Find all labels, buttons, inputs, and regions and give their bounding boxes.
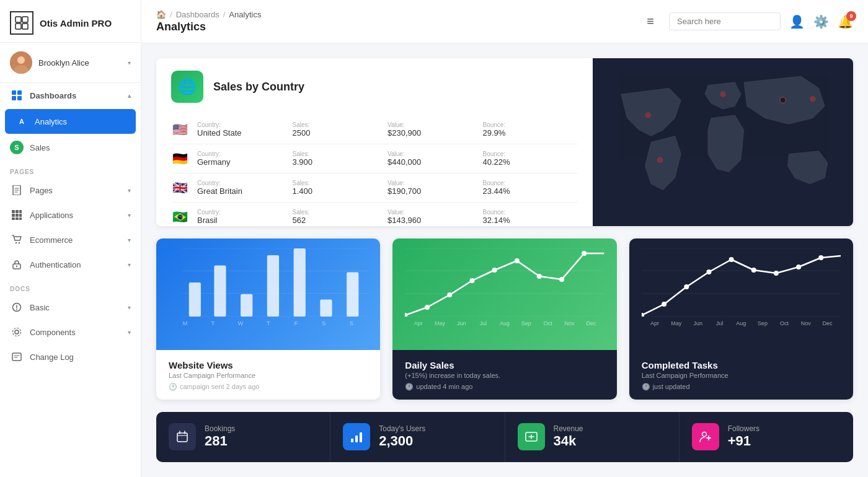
ecommerce-icon: [10, 233, 24, 247]
svg-point-26: [15, 330, 19, 334]
bookings-value: 281: [205, 433, 235, 449]
svg-point-22: [19, 242, 20, 243]
svg-point-68: [774, 271, 779, 276]
breadcrumb-analytics: Analytics: [229, 10, 261, 19]
table-row: 🇬🇧 Country: Great Britain Sales: 1.400 V…: [171, 173, 578, 203]
clock-icon-3: 🕐: [642, 383, 650, 391]
analytics-letter-icon: A: [15, 115, 29, 128]
followers-label: Followers: [728, 424, 760, 433]
country-label: Country:: [197, 180, 293, 186]
value-col: Value: $230,900: [388, 121, 483, 138]
sidebar-item-authentication[interactable]: Authentication ▾: [0, 252, 141, 277]
svg-rect-74: [360, 432, 362, 442]
stats-row: Bookings 281 Today's Users 2,300: [156, 412, 853, 462]
svg-rect-39: [214, 265, 226, 317]
sidebar-item-dashboards[interactable]: Dashboards ▴: [0, 83, 141, 108]
stat-users: Today's Users 2,300: [330, 412, 505, 462]
bounce-value: 23.44%: [483, 186, 578, 196]
svg-rect-3: [22, 24, 28, 29]
daily-sales-bottom: Daily Sales (+15%) increase in today sal…: [392, 350, 616, 400]
svg-rect-0: [16, 17, 21, 22]
breadcrumb-sep1: /: [170, 10, 172, 19]
sales-label: Sales:: [293, 209, 388, 216]
svg-point-67: [751, 268, 756, 273]
sales-label: Sales:: [293, 180, 388, 186]
home-icon: 🏠: [156, 10, 166, 19]
sales-letter-icon: S: [10, 141, 24, 154]
sidebar-item-changelog[interactable]: Change Log: [0, 344, 141, 369]
settings-icon[interactable]: ⚙️: [813, 14, 829, 29]
topbar: 🏠 / Dashboards / Analytics Analytics ≡ 👤…: [141, 0, 868, 43]
svg-rect-14: [19, 210, 22, 213]
svg-rect-8: [17, 90, 22, 95]
sidebar-logo: Otis Admin PRO: [0, 0, 141, 43]
globe-icon: 🌐: [171, 71, 203, 103]
svg-point-33: [810, 96, 816, 102]
sidebar-dashboards-label: Dashboards: [30, 91, 128, 100]
world-map: [593, 58, 853, 226]
svg-point-32: [780, 97, 786, 103]
svg-rect-7: [12, 90, 16, 95]
bounce-col: Bounce: 40.22%: [483, 151, 578, 167]
user-name: Brooklyn Alice: [38, 58, 128, 68]
users-label: Today's Users: [379, 424, 425, 433]
value-label: Value:: [388, 151, 483, 157]
website-views-chart-wrapper: [169, 248, 368, 319]
sidebar-item-basic[interactable]: Basic ▾: [0, 295, 141, 320]
completed-tasks-bottom: Completed Tasks Last Campaign Performanc…: [629, 350, 853, 400]
sidebar-item-applications[interactable]: Applications ▾: [0, 203, 141, 227]
country-col: Country: United State: [197, 121, 293, 138]
country-flag: 🇩🇪: [171, 152, 188, 165]
revenue-icon: [518, 423, 545, 450]
followers-data: Followers +91: [728, 424, 760, 449]
country-flag: 🇺🇸: [171, 123, 188, 136]
users-value: 2,300: [379, 433, 425, 449]
search-input[interactable]: [677, 17, 773, 26]
svg-rect-17: [19, 214, 22, 217]
website-views-title: Website Views: [169, 360, 368, 370]
svg-rect-1: [22, 17, 28, 22]
svg-rect-28: [12, 353, 21, 361]
search-box[interactable]: [669, 12, 781, 30]
svg-point-55: [537, 274, 542, 279]
clock-icon: 🕐: [169, 383, 177, 391]
country-table: 🇺🇸 Country: United State Sales: 2500 Val…: [171, 115, 578, 226]
website-views-chart-top: M T W T F S S: [156, 239, 380, 350]
followers-value: +91: [728, 433, 760, 449]
country-value: Germany: [197, 157, 293, 167]
sidebar-pages-label: Pages: [30, 186, 128, 195]
x-label-s2: S: [338, 320, 366, 326]
sidebar-item-ecommerce[interactable]: Ecommerce ▾: [0, 227, 141, 252]
docs-section-label: DOCS: [0, 277, 141, 295]
notification-wrapper[interactable]: 🔔 9: [838, 14, 853, 29]
sidebar-item-analytics[interactable]: A Analytics: [5, 109, 136, 134]
hamburger-icon[interactable]: ≡: [647, 14, 654, 28]
revenue-value: 34k: [554, 433, 583, 449]
svg-point-52: [470, 278, 475, 283]
users-data: Today's Users 2,300: [379, 424, 425, 449]
bounce-col: Bounce: 23.44%: [483, 180, 578, 196]
svg-rect-72: [351, 439, 353, 442]
user-section[interactable]: Brooklyn Alice ▾: [0, 43, 141, 83]
sidebar-item-components[interactable]: Components ▾: [0, 320, 141, 344]
bookings-label: Bookings: [205, 424, 235, 433]
value-value: $440,000: [388, 157, 483, 167]
svg-rect-43: [320, 299, 332, 317]
user-profile-icon[interactable]: 👤: [789, 14, 805, 29]
svg-point-76: [702, 432, 706, 437]
sidebar: Otis Admin PRO Brooklyn Alice ▾ Dashboar…: [0, 0, 141, 477]
website-views-bottom: Website Views Last Campaign Performance …: [156, 350, 380, 400]
table-row: 🇺🇸 Country: United State Sales: 2500 Val…: [171, 115, 578, 144]
daily-sales-meta-text: updated 4 min ago: [416, 383, 472, 390]
sidebar-item-pages[interactable]: Pages ▾: [0, 178, 141, 203]
svg-rect-20: [19, 217, 22, 220]
sidebar-item-sales[interactable]: S Sales: [0, 135, 141, 160]
value-value: $230,900: [388, 128, 483, 138]
sidebar-changelog-label: Change Log: [30, 352, 131, 362]
country-flag: 🇧🇷: [171, 211, 188, 223]
sales-card-header: 🌐 Sales by Country: [171, 71, 578, 103]
svg-point-63: [662, 302, 666, 307]
value-label: Value:: [388, 121, 483, 128]
completed-tasks-chart-top: Apr May Jun Jul Aug Sep Oct Nov Dec: [629, 239, 853, 350]
value-col: Value: $190,700: [388, 180, 483, 196]
